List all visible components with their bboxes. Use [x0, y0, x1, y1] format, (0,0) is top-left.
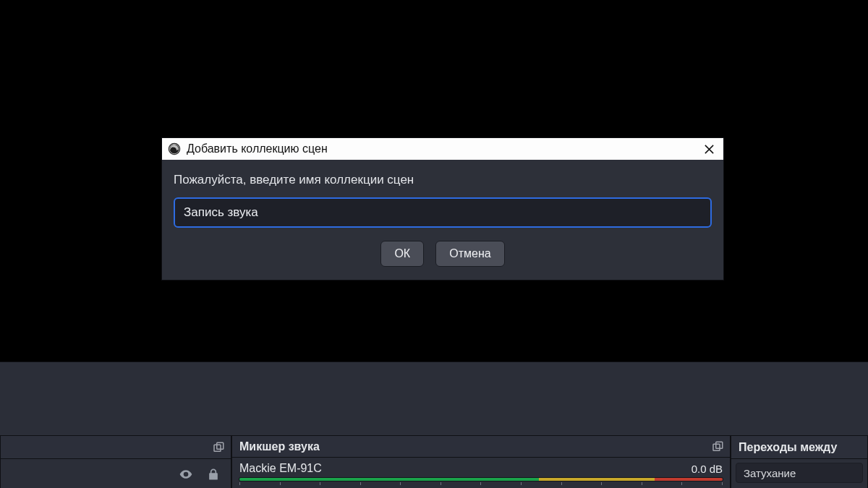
transition-select[interactable]: Затухание — [736, 463, 863, 483]
obs-logo-icon — [168, 142, 181, 155]
dock-sources — [0, 435, 231, 488]
dock-row: Микшер звука Mackie EM-91C 0.0 dB — [0, 435, 868, 488]
mixer-channel: Mackie EM-91C 0.0 dB — [238, 461, 724, 475]
scene-collection-name-input[interactable] — [174, 197, 712, 228]
mixer-meter — [239, 478, 723, 485]
ok-button[interactable]: ОК — [380, 241, 424, 267]
cancel-button[interactable]: Отмена — [435, 241, 504, 267]
dialog-titlebar[interactable]: Добавить коллекцию сцен — [162, 138, 723, 160]
dock-transitions-title: Переходы между — [739, 441, 837, 454]
dock-transitions: Переходы между Затухание — [731, 435, 868, 488]
visibility-icon[interactable] — [179, 467, 193, 484]
mixer-channel-name: Mackie EM-91C — [239, 462, 322, 475]
dock-audio-mixer: Микшер звука Mackie EM-91C 0.0 dB — [231, 435, 731, 488]
popout-icon[interactable] — [711, 440, 724, 453]
dialog-title: Добавить коллекцию сцен — [187, 142, 694, 155]
mixer-channel-db: 0.0 dB — [692, 463, 723, 475]
close-icon[interactable] — [699, 140, 719, 159]
add-scene-collection-dialog: Добавить коллекцию сцен Пожалуйста, введ… — [161, 137, 724, 281]
dialog-prompt: Пожалуйста, введите имя коллекции сцен — [174, 170, 712, 197]
lock-icon[interactable] — [206, 467, 221, 484]
dock-mixer-title: Микшер звука — [239, 440, 320, 453]
popout-icon[interactable] — [212, 441, 225, 454]
transition-selected: Затухание — [744, 467, 796, 479]
